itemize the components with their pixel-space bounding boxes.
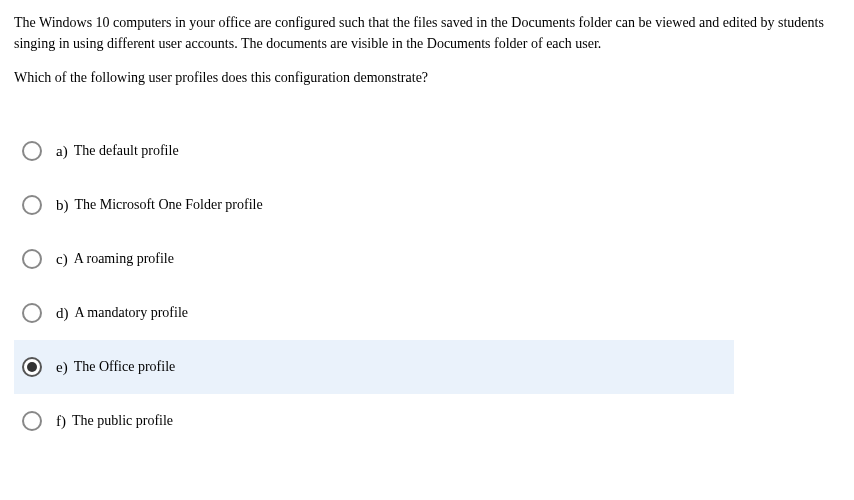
options-list: a) The default profile b) The Microsoft …	[14, 124, 840, 448]
option-d[interactable]: d) A mandatory profile	[14, 286, 734, 340]
radio-icon	[22, 303, 42, 323]
question-prompt: Which of the following user profiles doe…	[14, 70, 840, 86]
option-b[interactable]: b) The Microsoft One Folder profile	[14, 178, 734, 232]
option-e[interactable]: e) The Office profile	[14, 340, 734, 394]
radio-icon	[22, 357, 42, 377]
option-text: The default profile	[74, 143, 179, 159]
option-letter: a)	[56, 143, 68, 160]
option-text: The public profile	[72, 413, 173, 429]
option-text: The Microsoft One Folder profile	[75, 197, 263, 213]
option-letter: b)	[56, 197, 69, 214]
question-scenario: The Windows 10 computers in your office …	[14, 12, 840, 54]
option-a[interactable]: a) The default profile	[14, 124, 734, 178]
option-text: A roaming profile	[74, 251, 174, 267]
option-text: A mandatory profile	[75, 305, 189, 321]
option-letter: d)	[56, 305, 69, 322]
radio-icon	[22, 249, 42, 269]
radio-icon	[22, 195, 42, 215]
option-letter: e)	[56, 359, 68, 376]
radio-icon	[22, 411, 42, 431]
option-letter: f)	[56, 413, 66, 430]
option-text: The Office profile	[74, 359, 176, 375]
radio-icon	[22, 141, 42, 161]
option-letter: c)	[56, 251, 68, 268]
option-f[interactable]: f) The public profile	[14, 394, 734, 448]
option-c[interactable]: c) A roaming profile	[14, 232, 734, 286]
